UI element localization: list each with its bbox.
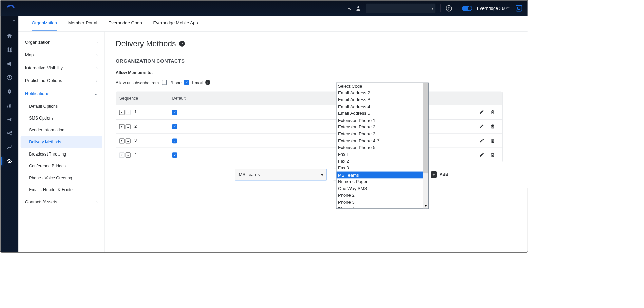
delivery-method-dropdown[interactable]: Select CodeEmail Address 2Email Address … [336, 83, 429, 209]
seq-value: 2 [134, 124, 137, 128]
sidebar-item-contacts-assets[interactable]: Contacts/Assets› [18, 196, 104, 209]
section-title: ORGANIZATION CONTACTS [116, 58, 503, 64]
divider [457, 4, 457, 12]
alert-icon[interactable] [6, 74, 13, 81]
collapse-icon[interactable]: « [348, 6, 351, 11]
phone-checkbox[interactable] [162, 80, 167, 85]
network-icon[interactable] [6, 130, 13, 137]
pin-icon[interactable] [6, 88, 13, 95]
delete-icon[interactable] [490, 152, 495, 158]
home-icon[interactable] [6, 33, 13, 39]
dropdown-option[interactable]: Extension Phone 2 [336, 124, 423, 130]
seq-value: 1 [134, 109, 137, 114]
move-up-button[interactable]: ▲ [126, 152, 131, 158]
sidebar-item-organization[interactable]: Organization› [18, 36, 104, 49]
sidebar-item-notifications[interactable]: Notifications⌄ [18, 87, 104, 100]
add-row: MS Teams ▾ ＋ Add [116, 169, 503, 180]
sidebar-sub-sms-options[interactable]: SMS Options [18, 112, 104, 124]
top-tabs: Organization Member Portal Everbridge Op… [18, 16, 528, 32]
tab-everbridge-mobile[interactable]: Everbridge Mobile App [153, 16, 198, 31]
edit-icon[interactable] [479, 138, 484, 143]
dropdown-option[interactable]: Email Address 3 [336, 96, 423, 103]
dropdown-option[interactable]: Phone 3 [336, 199, 423, 205]
scrollbar[interactable]: ▼ [423, 83, 428, 209]
view-toggle[interactable] [462, 6, 472, 11]
default-checkbox[interactable]: ✓ [172, 124, 177, 129]
plane-icon[interactable] [6, 116, 13, 123]
sidebar-item-map[interactable]: Map› [18, 49, 104, 62]
tab-organization[interactable]: Organization [32, 16, 57, 31]
email-checkbox[interactable]: ✓ [184, 80, 189, 85]
add-button[interactable]: ＋ Add [431, 171, 448, 178]
rail-expand-icon[interactable]: » [1, 19, 18, 25]
user-icon [356, 6, 361, 11]
dropdown-option[interactable]: One Way SMS [336, 185, 423, 192]
scrollbar-thumb[interactable] [423, 83, 428, 173]
scrollbar-down-icon[interactable]: ▼ [423, 203, 428, 208]
user-menu[interactable]: ▾ [366, 3, 435, 13]
edit-icon[interactable] [479, 109, 484, 115]
move-up-button[interactable]: ▲ [126, 124, 131, 129]
megaphone-icon[interactable] [6, 60, 13, 67]
edit-icon[interactable] [479, 152, 484, 158]
move-down-button[interactable]: ▼ [119, 124, 125, 129]
dropdown-option[interactable]: Email Address 2 [336, 90, 423, 96]
dropdown-option[interactable]: Email Address 4 [336, 103, 423, 110]
sidebar-item-publishing-options[interactable]: Publishing Options› [18, 74, 104, 87]
sidebar-sub-email-header-footer[interactable]: Email - Header & Footer [18, 184, 104, 196]
default-checkbox[interactable]: ✓ [172, 138, 177, 143]
seq-value: 4 [134, 152, 137, 157]
delivery-method-select[interactable]: MS Teams ▾ [235, 169, 327, 180]
dropdown-option[interactable]: Email Address 5 [336, 110, 423, 117]
page-help-icon[interactable]: ? [179, 41, 185, 47]
chevron-down-icon: ⌄ [94, 91, 98, 96]
dropdown-option[interactable]: Fax 2 [336, 158, 423, 165]
map-icon[interactable] [6, 47, 13, 53]
table-row: ▼▲3✓Primary Mobile [116, 133, 502, 148]
chevron-down-icon: ▾ [321, 172, 323, 177]
sidebar-sub-default-options[interactable]: Default Options [18, 100, 104, 112]
gear-icon[interactable] [6, 158, 13, 165]
default-checkbox[interactable]: ✓ [172, 152, 177, 158]
sidebar-sub-phone-voice-greeting[interactable]: Phone - Voice Greeting [18, 172, 104, 184]
dropdown-option[interactable]: Phone 2 [336, 192, 423, 199]
sidebar-sub-broadcast-throttling[interactable]: Broadcast Throttling [18, 148, 104, 160]
dropdown-option[interactable]: Extension Phone 1 [336, 117, 423, 124]
dropdown-option[interactable]: Phone 4 [336, 205, 423, 208]
move-down-button: ▼ [119, 152, 125, 158]
chart-icon[interactable] [6, 102, 13, 109]
trend-icon[interactable] [6, 144, 13, 151]
delete-icon[interactable] [490, 109, 495, 115]
page-title: Delivery Methods ? [116, 39, 503, 48]
move-up-button[interactable]: ▲ [126, 139, 131, 144]
add-label: Add [440, 172, 449, 177]
move-down-button[interactable]: ▼ [119, 139, 125, 144]
dropdown-option[interactable]: Extension Phone 5 [336, 144, 423, 151]
plus-icon: ＋ [431, 171, 437, 178]
tab-member-portal[interactable]: Member Portal [68, 16, 97, 31]
delete-icon[interactable] [490, 138, 495, 143]
move-down-button[interactable]: ▼ [119, 110, 125, 115]
sidebar-sub-conference-bridges[interactable]: Conference Bridges [18, 160, 104, 172]
allow-label: Allow Members to: [116, 70, 503, 75]
sidebar-sub-sender-information[interactable]: Sender Information [18, 124, 104, 136]
dropdown-option[interactable]: Fax 3 [336, 165, 423, 171]
delete-icon[interactable] [490, 124, 495, 129]
chat-icon[interactable] [516, 5, 522, 11]
dropdown-option[interactable]: Numeric Pager [336, 178, 423, 185]
icon-rail: » [1, 16, 18, 252]
svg-point-7 [11, 131, 12, 132]
dropdown-option[interactable]: Fax 1 [336, 151, 423, 158]
unsubscribe-row: Allow unsubscribe from Phone ✓ Email i [116, 80, 503, 85]
help-icon[interactable]: ? [446, 5, 452, 11]
dropdown-option[interactable]: Extension Phone 3 [336, 130, 423, 137]
tab-everbridge-open[interactable]: Everbridge Open [109, 16, 142, 31]
dropdown-option[interactable]: Extension Phone 4 [336, 137, 423, 144]
sidebar-sub-delivery-methods[interactable]: Delivery Methods [21, 136, 102, 148]
edit-icon[interactable] [479, 124, 484, 129]
dropdown-option[interactable]: MS Teams [336, 171, 423, 178]
default-checkbox[interactable]: ✓ [172, 110, 177, 115]
info-icon[interactable]: i [205, 80, 210, 85]
sidebar-item-interactive-visibility[interactable]: Interactive Visibility› [18, 61, 104, 74]
dropdown-option[interactable]: Select Code [336, 83, 423, 90]
